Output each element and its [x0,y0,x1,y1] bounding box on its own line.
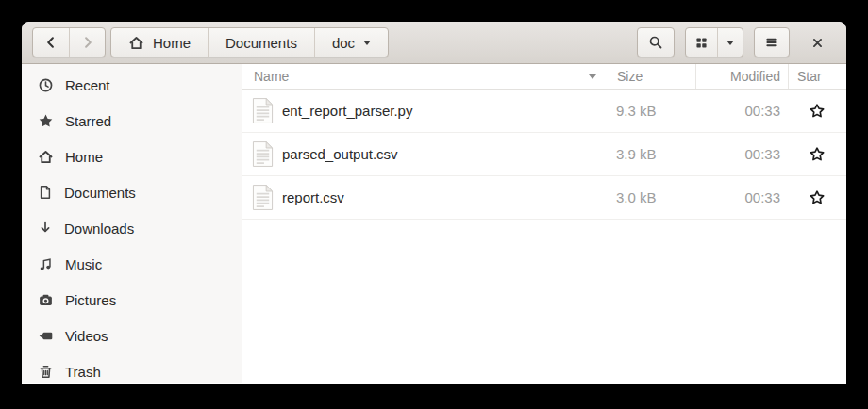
document-icon [38,185,53,200]
hamburger-menu-icon [764,35,779,50]
column-header-name[interactable]: Name [242,64,609,89]
file-list-pane: Name Size Modified Star ent_report_parse… [242,64,846,383]
sidebar-item-label: Downloads [64,221,134,237]
navigation-buttons [32,27,106,57]
window-body: Recent Starred Home Documents [22,64,846,383]
file-row[interactable]: report.csv 3.0 kB 00:33 [242,176,846,220]
star-outline-icon [809,146,826,163]
file-size: 9.3 kB [609,103,695,119]
sidebar-item[interactable]: Documents [22,174,242,210]
star-filled-icon [38,113,54,129]
chevron-down-icon [363,41,371,45]
chevron-down-icon [726,41,734,45]
trash-icon [38,364,54,380]
sidebar-item-label: Recent [65,77,110,93]
sidebar-item[interactable]: Music [22,246,242,282]
list-column-headers: Name Size Modified Star [242,64,846,90]
path-bar: Home Documents doc [110,27,389,57]
search-button[interactable] [637,27,675,57]
sidebar-item-label: Trash [65,364,101,380]
breadcrumb-label: doc [332,35,355,51]
header-bar: Home Documents doc [22,22,846,64]
star-toggle-button[interactable] [805,186,829,210]
file-manager-window: Home Documents doc [22,22,846,384]
sidebar-item[interactable]: Starred [22,103,242,139]
file-row[interactable]: ent_report_parser.py 9.3 kB 00:33 [242,90,846,133]
text-file-icon [252,184,274,211]
star-outline-icon [809,189,826,206]
file-modified-time: 00:33 [695,189,788,205]
column-header-star[interactable]: Star [788,64,846,89]
breadcrumb-home[interactable]: Home [111,28,208,57]
file-size: 3.9 kB [609,146,695,162]
file-size: 3.0 kB [609,189,695,205]
close-button[interactable] [803,28,831,57]
menu-button[interactable] [754,27,790,57]
star-outline-icon [809,103,826,120]
sidebar-item[interactable]: Pictures [22,282,242,318]
view-grid-button[interactable] [686,28,717,57]
breadcrumb-documents[interactable]: Documents [208,28,314,57]
star-toggle-button[interactable] [805,142,829,167]
sidebar-item[interactable]: Videos [22,318,242,353]
sidebar-item[interactable]: Home [22,139,242,174]
column-header-modified[interactable]: Modified [695,64,788,89]
star-cell [788,99,846,123]
breadcrumb-current-folder[interactable]: doc [314,28,388,57]
sidebar-item-label: Music [65,256,102,272]
breadcrumb-label: Home [153,35,191,51]
file-modified-time: 00:33 [695,146,788,162]
sidebar-item-label: Home [65,149,103,165]
file-name: ent_report_parser.py [282,103,609,119]
back-button[interactable] [33,28,69,57]
file-name: parsed_output.csv [282,146,609,162]
sidebar-item[interactable]: Trash [22,353,242,383]
video-camera-icon [38,328,54,344]
sort-descending-icon [589,74,596,79]
forward-icon [80,35,95,50]
sidebar-item[interactable]: Recent [22,67,242,103]
music-notes-icon [38,256,54,272]
clock-icon [38,77,54,93]
forward-button[interactable] [69,28,105,57]
sidebar-item[interactable]: Downloads [22,210,242,246]
search-icon [648,35,663,50]
view-switcher [685,27,743,57]
sidebar: Recent Starred Home Documents [22,64,242,383]
star-cell [788,142,846,167]
sidebar-item-label: Videos [65,328,108,344]
close-icon [810,36,825,50]
breadcrumb-label: Documents [225,35,297,51]
sidebar-item-label: Pictures [65,292,116,308]
home-icon [38,149,54,165]
file-modified-time: 00:33 [695,103,788,119]
file-row[interactable]: parsed_output.csv 3.9 kB 00:33 [242,133,846,176]
star-cell [788,186,846,210]
file-name: report.csv [282,189,609,205]
download-arrow-icon [38,221,53,236]
view-options-button[interactable] [717,28,743,57]
sidebar-item-label: Documents [64,185,136,201]
home-icon [128,35,144,51]
star-toggle-button[interactable] [805,99,829,123]
camera-icon [38,292,54,308]
column-header-size[interactable]: Size [609,64,695,89]
grid-view-icon [694,36,709,50]
text-file-icon [252,97,274,124]
sidebar-item-label: Starred [65,113,111,129]
desktop-background: Home Documents doc [0,0,868,409]
file-rows: ent_report_parser.py 9.3 kB 00:33 [242,90,846,220]
text-file-icon [252,140,274,168]
back-icon [43,35,58,50]
